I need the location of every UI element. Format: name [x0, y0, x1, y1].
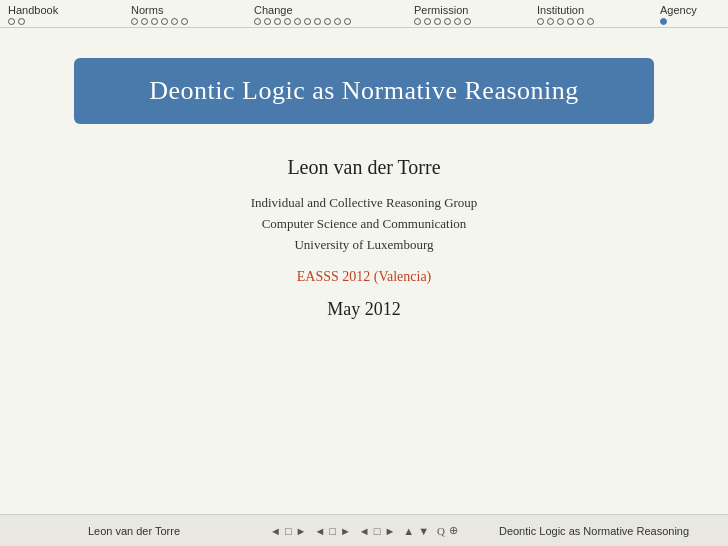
- nav-dot[interactable]: [577, 18, 584, 25]
- nav-dot[interactable]: [537, 18, 544, 25]
- affiliation-line: Computer Science and Communication: [251, 214, 478, 235]
- author-name: Leon van der Torre: [251, 156, 478, 179]
- bottom-bar: Leon van der Torre ◄□► ◄□► ◄□► ▲▼ Q⊕ Deo…: [0, 514, 728, 546]
- ctrl-next[interactable]: ►: [296, 525, 307, 537]
- nav-section-handbook[interactable]: Handbook: [8, 4, 68, 25]
- nav-section-institution[interactable]: Institution: [537, 4, 597, 25]
- nav-dot[interactable]: [660, 18, 667, 25]
- nav-label: Handbook: [8, 4, 58, 16]
- nav-dot[interactable]: [294, 18, 301, 25]
- nav-label: Permission: [414, 4, 468, 16]
- nav-dot[interactable]: [314, 18, 321, 25]
- nav-dot[interactable]: [567, 18, 574, 25]
- nav-dot[interactable]: [131, 18, 138, 25]
- nav-dot[interactable]: [444, 18, 451, 25]
- nav-dot[interactable]: [344, 18, 351, 25]
- ctrl-fwd2[interactable]: ►: [384, 525, 395, 537]
- ctrl-fwd[interactable]: ►: [340, 525, 351, 537]
- nav-dot[interactable]: [161, 18, 168, 25]
- nav-label: Norms: [131, 4, 163, 16]
- footer-right: Deontic Logic as Normative Reasoning: [470, 525, 728, 537]
- title-box: Deontic Logic as Normative Reasoning: [74, 58, 654, 124]
- ctrl-prev[interactable]: ◄: [270, 525, 281, 537]
- ctrl-back[interactable]: ◄: [314, 525, 325, 537]
- nav-dot[interactable]: [181, 18, 188, 25]
- nav-dot[interactable]: [424, 18, 431, 25]
- ctrl-up[interactable]: ▲: [403, 525, 414, 537]
- top-nav: HandbookNormsChangePermissionInstitution…: [0, 0, 728, 28]
- footer-controls[interactable]: ◄□► ◄□► ◄□► ▲▼ Q⊕: [258, 524, 470, 537]
- footer-left: Leon van der Torre: [0, 525, 258, 537]
- nav-label: Institution: [537, 4, 584, 16]
- nav-dot[interactable]: [141, 18, 148, 25]
- nav-dot[interactable]: [454, 18, 461, 25]
- ctrl-frame3[interactable]: □: [374, 525, 381, 537]
- nav-dot[interactable]: [18, 18, 25, 25]
- presentation-title: Deontic Logic as Normative Reasoning: [114, 76, 614, 106]
- nav-section-change[interactable]: Change: [254, 4, 351, 25]
- nav-dot[interactable]: [151, 18, 158, 25]
- nav-dot[interactable]: [557, 18, 564, 25]
- nav-dot[interactable]: [434, 18, 441, 25]
- date: May 2012: [251, 299, 478, 320]
- nav-dot[interactable]: [334, 18, 341, 25]
- nav-dot[interactable]: [284, 18, 291, 25]
- nav-dot[interactable]: [264, 18, 271, 25]
- nav-section-norms[interactable]: Norms: [131, 4, 191, 25]
- affiliation-line: Individual and Collective Reasoning Grou…: [251, 193, 478, 214]
- ctrl-zoom[interactable]: ⊕: [449, 524, 458, 537]
- affiliation-line: University of Luxembourg: [251, 235, 478, 256]
- ctrl-q[interactable]: Q: [437, 525, 445, 537]
- nav-dot[interactable]: [8, 18, 15, 25]
- ctrl-back2[interactable]: ◄: [359, 525, 370, 537]
- nav-section-permission[interactable]: Permission: [414, 4, 474, 25]
- main-content: Deontic Logic as Normative Reasoning Leo…: [0, 28, 728, 489]
- affiliation: Individual and Collective Reasoning Grou…: [251, 193, 478, 255]
- nav-dot[interactable]: [171, 18, 178, 25]
- nav-dot[interactable]: [587, 18, 594, 25]
- ctrl-frame2[interactable]: □: [329, 525, 336, 537]
- nav-dot[interactable]: [254, 18, 261, 25]
- nav-label: Agency: [660, 4, 697, 16]
- nav-section-agency[interactable]: Agency: [660, 4, 720, 25]
- nav-dot[interactable]: [324, 18, 331, 25]
- ctrl-frame[interactable]: □: [285, 525, 292, 537]
- nav-dot[interactable]: [274, 18, 281, 25]
- author-section: Leon van der Torre Individual and Collec…: [251, 156, 478, 320]
- conference: EASSS 2012 (Valencia): [251, 269, 478, 285]
- nav-dot[interactable]: [414, 18, 421, 25]
- nav-label: Change: [254, 4, 293, 16]
- nav-dot[interactable]: [464, 18, 471, 25]
- ctrl-down[interactable]: ▼: [418, 525, 429, 537]
- nav-dot[interactable]: [547, 18, 554, 25]
- nav-dot[interactable]: [304, 18, 311, 25]
